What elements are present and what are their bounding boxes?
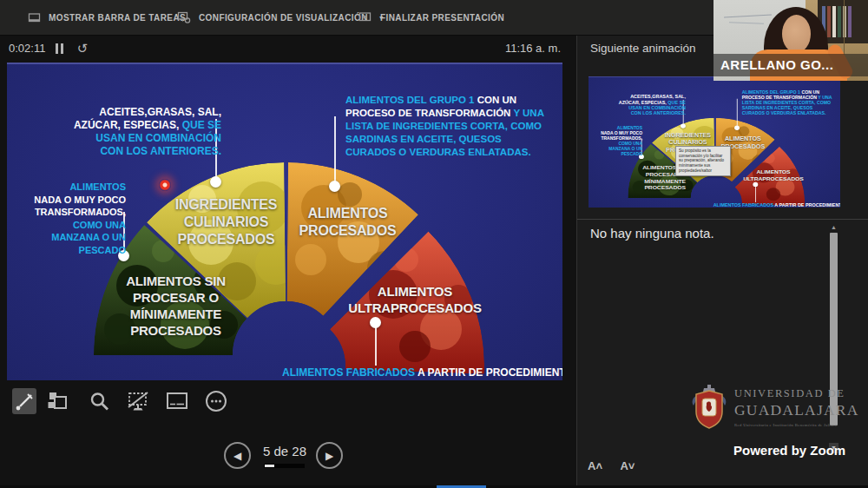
participant-name-bar: ARELLANO GO...: [713, 54, 868, 76]
slide-progress-fill: [265, 465, 274, 467]
food-processing-fan-diagram-mini: [589, 77, 840, 208]
end-presentation-label: FINALIZAR PRESENTACIÓN: [380, 13, 504, 23]
panel-divider: [576, 35, 577, 488]
end-presentation-button[interactable]: FINALIZAR PRESENTACIÓN: [358, 0, 504, 35]
university-of-guadalajara-logo: [689, 383, 729, 430]
timer-row: 0:02:11 ↺ 11:16 a. m.: [0, 35, 576, 63]
university-name-line1: UNIVERSIDAD DE: [734, 387, 868, 400]
annotation-text-mini: CON UN PROCESO DE TRANSFORMACIÓN: [742, 89, 819, 99]
annotation-text-mini: QUE SE USAN EN COMBINACIÓN CON LOS ANTER…: [628, 100, 686, 115]
notes-font-size-controls: A˄ A˅: [584, 458, 645, 474]
slide-canvas[interactable]: ALIMENTOS SIN PROCESAR O MÍNIMAMENTE PRO…: [7, 63, 562, 380]
annotation-text-mini: ALIMENTOS: [598, 125, 642, 130]
annotation-text-mini: ALIMENTOS DEL GRUPO 1: [742, 89, 802, 94]
segment-label-unprocessed: ALIMENTOS SIN PROCESAR O MÍNIMAMENTE PRO…: [104, 273, 247, 339]
end-presentation-icon: [358, 10, 372, 24]
connector-line-ultraprocessed: [375, 327, 377, 366]
annotation-text-mini: ALIMENTOS FABRICADOS: [713, 202, 775, 208]
annotation-unprocessed: ALIMENTOS NADA O MUY POCO TRANSFORMADOS,…: [29, 181, 126, 256]
university-tagline: Red Universitaria e Institución Beneméri…: [734, 423, 868, 427]
see-all-slides-button[interactable]: [45, 388, 69, 414]
annotation-text: NADA O MUY POCO TRANSFORMADOS,: [34, 195, 126, 218]
university-wordmark: UNIVERSIDAD DE GUADALAJARA Red Universit…: [734, 387, 868, 427]
connector-dot-processed: [329, 181, 340, 192]
show-taskbar-label: MOSTRAR BARRA DE TAREAS: [49, 13, 186, 23]
notes-empty-message: No hay ninguna nota.: [590, 226, 714, 241]
participant-name: ARELLANO GO...: [720, 54, 868, 76]
taskbar-icon: [28, 11, 41, 24]
more-options-button[interactable]: [203, 388, 227, 414]
slide-progress-bar: [264, 464, 305, 468]
clock-time: 11:16 a. m.: [505, 35, 561, 63]
segment-label-culinary: INGREDIENTES CULINARIOS PROCESADOS: [155, 196, 298, 248]
presenter-view-window: MOSTRAR BARRA DE TAREAS CONFIGURACIÓN DE…: [0, 0, 868, 488]
black-screen-button[interactable]: [125, 388, 149, 414]
presentation-panel: 0:02:11 ↺ 11:16 a. m.: [0, 35, 576, 488]
scroll-up-icon[interactable]: ▲: [829, 222, 838, 232]
slide-stage: ALIMENTOS SIN PROCESAR O MÍNIMAMENTE PRO…: [7, 63, 562, 380]
annotation-text: COMO UNA MANZANA O UN PESCADO: [51, 220, 126, 255]
display-settings-icon: [177, 10, 191, 24]
annotation-text: ALIMENTOS FABRICADOS: [282, 366, 418, 379]
next-animation-panel: Siguiente animación: [577, 35, 868, 488]
annotation-processed: ALIMENTOS DEL GRUPO 1 CON UN PROCESO DE …: [345, 94, 554, 159]
annotation-text-mini: A PARTIR DE PROCEDIMIENTOS: [774, 202, 840, 208]
connector-dot-culinary-mini: [681, 123, 686, 128]
annotation-text-mini: ACEITES,GRASAS, SAL, AZÚCAR, ESPECIAS,: [619, 95, 686, 105]
next-animation-tooltip: Su propósito es la conservación y/o faci…: [675, 146, 731, 176]
connector-line-culinary-mini: [683, 100, 684, 126]
next-animation-thumbnail[interactable]: ALIMENTOS SIN PROCESAR O MÍNIMAMENTE PRO…: [589, 76, 840, 208]
slide-page-indicator: 5 de 28: [259, 444, 311, 458]
annotation-culinary-ingredients: ACEITES,GRASAS, SAL, AZÚCAR, ESPECIAS, Q…: [72, 106, 221, 158]
connector-dot-ultraprocessed-mini: [753, 182, 758, 187]
connector-dot-culinary: [210, 176, 221, 188]
connector-line-ultraprocessed-mini: [755, 187, 756, 202]
connector-dot-unprocessed-mini: [639, 155, 644, 159]
segment-label-ultraprocessed: ALIMENTOS ULTRAPROCESADOS: [345, 283, 484, 316]
segment-label-processed: ALIMENTOS PROCESADOS: [285, 205, 411, 240]
annotation-text: A PARTIR DE PROCEDIMIENTOS: [418, 366, 562, 379]
powered-by-zoom-label: Powered by Zoom: [733, 443, 845, 458]
annotation-text: ALIMENTOS: [29, 181, 126, 194]
laser-pointer-dot: [159, 179, 171, 191]
annotation-text-mini: Y UNA LISTA DE INGREDIENTES CORTA, COMO …: [742, 96, 832, 116]
connector-dot-processed-mini: [734, 125, 740, 129]
annotation-text-mini: COMO UNA MANZANA O UN PESCADO: [608, 142, 642, 156]
annotation-bottom-caption: ALIMENTOS FABRICADOS A PARTIR DE PROCEDI…: [282, 366, 536, 379]
participant-video[interactable]: ARELLANO GO...: [713, 0, 868, 81]
display-settings-button[interactable]: CONFIGURACIÓN DE VISUALIZACIÓN ▼: [177, 0, 385, 35]
previous-slide-button[interactable]: ◀: [224, 442, 251, 469]
segment-label-ultraprocessed-mini: ALIMENTOS ULTRAPROCESADOS: [742, 168, 805, 181]
subtitles-toggle-button[interactable]: [164, 388, 188, 414]
slide-canvas-mini: ALIMENTOS SIN PROCESAR O MÍNIMAMENTE PRO…: [589, 76, 840, 208]
show-taskbar-button[interactable]: MOSTRAR BARRA DE TAREAS: [28, 0, 186, 35]
connector-line-processed-mini: [737, 99, 738, 128]
slide-navigation: ◀ 5 de 28 ▶: [0, 439, 576, 478]
annotation-tools: [0, 386, 576, 418]
notes-divider: [577, 219, 868, 220]
elapsed-time: 0:02:11: [9, 35, 45, 63]
display-settings-label: CONFIGURACIÓN DE VISUALIZACIÓN: [199, 13, 368, 23]
annotation-bottom-caption-mini: ALIMENTOS FABRICADOS A PARTIR DE PROCEDI…: [713, 202, 828, 208]
zoom-slide-button[interactable]: [87, 388, 111, 414]
university-name-line2: GUADALAJARA: [734, 401, 868, 419]
connector-line-unprocessed-mini: [641, 138, 642, 156]
laser-pen-tool-button[interactable]: [12, 388, 36, 414]
annotation-text-mini: NADA O MUY POCO TRANSFORMADOS,: [601, 131, 642, 141]
next-animation-heading: Siguiente animación: [590, 42, 696, 55]
annotation-processed-mini: ALIMENTOS DEL GRUPO 1 CON UN PROCESO DE …: [742, 89, 837, 116]
annotation-culinary-ingredients-mini: ACEITES,GRASAS, SAL, AZÚCAR, ESPECIAS, Q…: [618, 95, 686, 116]
segment-ultraprocessed-mini: [735, 147, 806, 206]
annotation-unprocessed-mini: ALIMENTOS NADA O MUY POCO TRANSFORMADOS,…: [598, 125, 642, 156]
connector-line-processed: [334, 116, 336, 186]
annotation-text: ALIMENTOS DEL GRUPO 1: [345, 95, 477, 105]
pause-timer-button[interactable]: [50, 39, 69, 58]
decrease-notes-font-button[interactable]: A˅: [616, 458, 638, 474]
next-slide-button[interactable]: ▶: [316, 442, 343, 469]
increase-notes-font-button[interactable]: A˄: [584, 458, 606, 474]
restart-timer-button[interactable]: ↺: [73, 38, 92, 59]
